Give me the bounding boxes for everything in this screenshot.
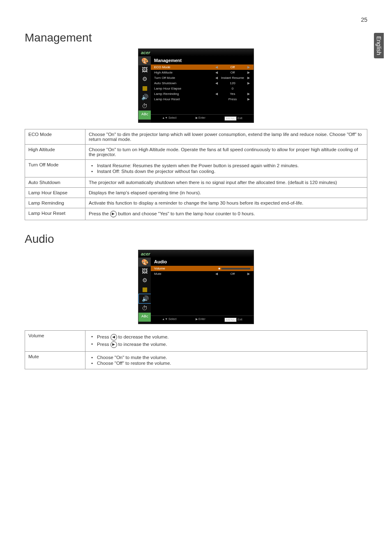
timer-icon: ⏱ bbox=[138, 101, 151, 111]
acer-logo: acer bbox=[141, 251, 150, 256]
osd-row: Volume ■ bbox=[151, 266, 254, 271]
table-row: Lamp Reminding Activate this function to… bbox=[25, 198, 367, 208]
row-name: Mute bbox=[25, 352, 85, 369]
management-icon: ▦ bbox=[138, 83, 151, 92]
color-icon: 🎨 bbox=[138, 56, 151, 65]
table-row: Lamp Hour Elapse Displays the lamp's ela… bbox=[25, 188, 367, 198]
row-name: High Altitude bbox=[25, 145, 85, 160]
row-name: Turn Off Mode bbox=[25, 160, 85, 177]
osd-row: Turn Off Mode ◀ Instant Resume ▶ bbox=[151, 75, 254, 81]
audio-table: Volume Press ◀ to decrease the volume. P… bbox=[25, 330, 367, 369]
osd-row: ECO Mode ◀ Off ▶ bbox=[151, 64, 254, 70]
color-icon: 🎨 bbox=[138, 258, 151, 267]
volume-slider bbox=[221, 268, 250, 269]
row-name: Volume bbox=[25, 331, 85, 352]
row-name: ECO Mode bbox=[25, 129, 85, 145]
timer-icon: ⏱ bbox=[138, 304, 151, 313]
row-name: Lamp Hour Elapse bbox=[25, 188, 85, 198]
table-row: ECO Mode Choose "On" to dim the projecto… bbox=[25, 129, 367, 145]
gear-icon: ⚙ bbox=[138, 276, 151, 285]
management-osd: acer 🎨 🖼 ⚙ ▦ 🔊 ⏱ ᴬᴮᶜ Management ECO Mode… bbox=[138, 48, 254, 123]
right-arrow-icon: ▶ bbox=[111, 341, 117, 348]
row-desc: Instant Resume: Resumes the system when … bbox=[85, 160, 367, 177]
osd-title: Audio bbox=[151, 258, 254, 266]
table-row: High Altitude Choose "On" to turn on Hig… bbox=[25, 145, 367, 160]
row-desc: Activate this function to display a remi… bbox=[85, 198, 367, 208]
right-arrow-icon: ▶ bbox=[110, 211, 117, 217]
osd-footer: ▲▼ Select ▶ Enter MENU Exit bbox=[151, 315, 254, 324]
table-row: Mute Choose "On" to mute the volume. Cho… bbox=[25, 352, 367, 369]
acer-logo: acer bbox=[141, 50, 150, 55]
osd-footer: ▲▼ Select ▶ Enter MENU Exit bbox=[151, 114, 254, 122]
image-icon: 🖼 bbox=[138, 65, 151, 74]
audio-heading: Audio bbox=[25, 233, 367, 246]
lang-icon: ᴬᴮᶜ bbox=[138, 313, 151, 322]
osd-row: Mute ◀ Off ▶ bbox=[151, 271, 254, 276]
audio-osd: acer 🎨 🖼 ⚙ ▦ 🔊 ⏱ ᴬᴮᶜ Audio Volume ■ Mute… bbox=[138, 250, 254, 324]
left-arrow-icon: ◀ bbox=[111, 334, 117, 341]
management-heading: Management bbox=[25, 31, 367, 44]
language-tab: English bbox=[374, 33, 384, 58]
row-desc: Choose "On" to mute the volume. Choose "… bbox=[85, 352, 367, 369]
row-desc: Press ◀ to decrease the volume. Press ▶ … bbox=[85, 331, 367, 352]
table-row: Lamp Hour Reset Press the ▶ button and c… bbox=[25, 208, 367, 220]
image-icon: 🖼 bbox=[138, 267, 151, 276]
row-desc: Choose "On" to dim the projector lamp wh… bbox=[85, 129, 367, 145]
page-number: 25 bbox=[25, 16, 367, 23]
osd-row: High Altitude ◀ Off ▶ bbox=[151, 70, 254, 75]
management-icon: ▦ bbox=[138, 285, 151, 294]
row-desc: Press the ▶ button and choose "Yes" to t… bbox=[85, 208, 367, 220]
row-name: Lamp Hour Reset bbox=[25, 208, 85, 220]
osd-sidebar: 🎨 🖼 ⚙ ▦ 🔊 ⏱ ᴬᴮᶜ bbox=[138, 56, 151, 122]
osd-row: Lamp Reminding ◀ Yes ▶ bbox=[151, 91, 254, 97]
osd-sidebar: 🎨 🖼 ⚙ ▦ 🔊 ⏱ ᴬᴮᶜ bbox=[138, 258, 151, 324]
osd-row: Auto Shutdown ◀ 120 ▶ bbox=[151, 81, 254, 86]
row-name: Auto Shutdown bbox=[25, 177, 85, 188]
lang-icon: ᴬᴮᶜ bbox=[138, 111, 151, 120]
row-desc: Choose "On" to turn on High Altitude mod… bbox=[85, 145, 367, 160]
row-desc: Displays the lamp's elapsed operating ti… bbox=[85, 188, 367, 198]
table-row: Volume Press ◀ to decrease the volume. P… bbox=[25, 331, 367, 352]
audio-icon: 🔊 bbox=[138, 92, 151, 101]
osd-row: Lamp Hour Elapse 0 bbox=[151, 86, 254, 91]
table-row: Auto Shutdown The projector will automat… bbox=[25, 177, 367, 188]
row-desc: The projector will automatically shutdow… bbox=[85, 177, 367, 188]
row-name: Lamp Reminding bbox=[25, 198, 85, 208]
gear-icon: ⚙ bbox=[138, 74, 151, 83]
table-row: Turn Off Mode Instant Resume: Resumes th… bbox=[25, 160, 367, 177]
audio-icon: 🔊 bbox=[138, 294, 152, 304]
management-table: ECO Mode Choose "On" to dim the projecto… bbox=[25, 129, 367, 220]
osd-row: Lamp Hour Reset Press ▶ bbox=[151, 97, 254, 102]
osd-title: Management bbox=[151, 56, 254, 64]
